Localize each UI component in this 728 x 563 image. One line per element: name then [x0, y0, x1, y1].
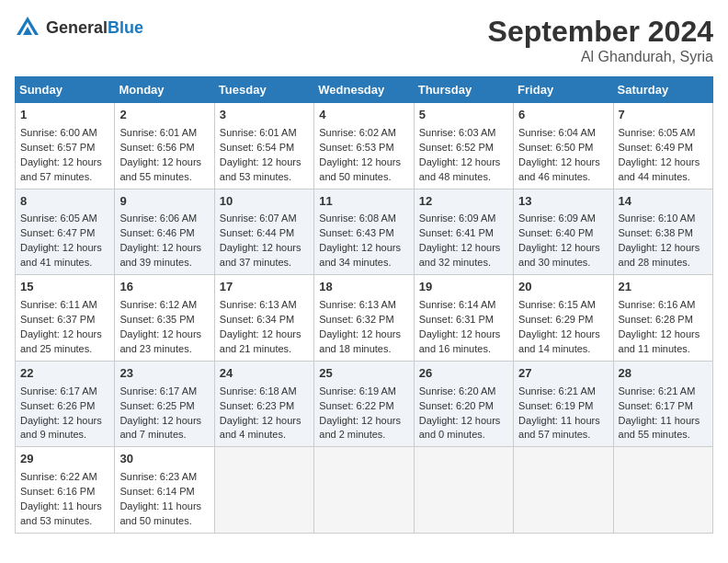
calendar-cell: 18Sunrise: 6:13 AMSunset: 6:32 PMDayligh…: [314, 275, 414, 362]
day-number: 14: [619, 193, 708, 211]
sunset-text: Sunset: 6:52 PM: [419, 141, 508, 155]
sunrise-text: Sunrise: 6:22 AM: [20, 470, 109, 485]
daylight-text: Daylight: 12 hours and 23 minutes.: [119, 327, 209, 357]
title-block: September 2024 Al Ghandurah, Syria: [488, 15, 713, 65]
daylight-text: Daylight: 11 hours and 57 minutes.: [518, 414, 608, 443]
sunset-text: Sunset: 6:23 PM: [220, 399, 309, 414]
sunset-text: Sunset: 6:26 PM: [20, 399, 109, 414]
day-header-sunday: Sunday: [16, 77, 115, 103]
sunrise-text: Sunrise: 6:10 AM: [619, 212, 708, 226]
calendar-week-row: 8Sunrise: 6:05 AMSunset: 6:47 PMDaylight…: [16, 189, 713, 275]
daylight-text: Daylight: 11 hours and 55 minutes.: [619, 414, 708, 443]
sunrise-text: Sunrise: 6:21 AM: [518, 385, 608, 399]
daylight-text: Daylight: 12 hours and 0 minutes.: [419, 414, 508, 443]
logo-blue: Blue: [108, 18, 143, 37]
sunrise-text: Sunrise: 6:00 AM: [20, 126, 109, 141]
sunrise-text: Sunrise: 6:13 AM: [220, 298, 309, 313]
day-header-saturday: Saturday: [613, 77, 712, 103]
daylight-text: Daylight: 12 hours and 21 minutes.: [220, 327, 309, 357]
sunset-text: Sunset: 6:32 PM: [319, 313, 408, 327]
sunrise-text: Sunrise: 6:08 AM: [319, 212, 408, 226]
calendar-cell: 20Sunrise: 6:15 AMSunset: 6:29 PMDayligh…: [514, 275, 613, 362]
daylight-text: Daylight: 12 hours and 7 minutes.: [119, 414, 209, 443]
sunset-text: Sunset: 6:43 PM: [319, 226, 408, 241]
day-header-friday: Friday: [514, 77, 613, 103]
day-number: 1: [20, 107, 109, 124]
sunrise-text: Sunrise: 6:03 AM: [419, 126, 508, 141]
sunrise-text: Sunrise: 6:21 AM: [619, 385, 708, 399]
calendar-week-row: 1Sunrise: 6:00 AMSunset: 6:57 PMDaylight…: [16, 103, 713, 190]
calendar-cell: 2Sunrise: 6:01 AMSunset: 6:56 PMDaylight…: [115, 103, 214, 190]
daylight-text: Daylight: 12 hours and 39 minutes.: [119, 241, 209, 270]
calendar-week-row: 29Sunrise: 6:22 AMSunset: 6:16 PMDayligh…: [16, 447, 713, 534]
daylight-text: Daylight: 12 hours and 28 minutes.: [619, 241, 708, 270]
sunrise-text: Sunrise: 6:04 AM: [518, 126, 608, 141]
sunrise-text: Sunrise: 6:18 AM: [220, 385, 309, 399]
sunset-text: Sunset: 6:29 PM: [518, 313, 608, 327]
sunrise-text: Sunrise: 6:13 AM: [319, 298, 408, 313]
sunset-text: Sunset: 6:19 PM: [518, 399, 608, 414]
daylight-text: Daylight: 12 hours and 41 minutes.: [20, 241, 109, 270]
daylight-text: Daylight: 12 hours and 37 minutes.: [220, 241, 309, 270]
calendar-cell: 9Sunrise: 6:06 AMSunset: 6:46 PMDaylight…: [115, 189, 214, 275]
sunset-text: Sunset: 6:35 PM: [119, 313, 209, 327]
sunrise-text: Sunrise: 6:01 AM: [220, 126, 309, 141]
calendar-cell: 14Sunrise: 6:10 AMSunset: 6:38 PMDayligh…: [613, 189, 712, 275]
day-number: 28: [619, 365, 708, 383]
day-number: 20: [518, 279, 608, 296]
day-number: 9: [119, 193, 209, 211]
calendar-cell: 7Sunrise: 6:05 AMSunset: 6:49 PMDaylight…: [613, 103, 712, 190]
day-number: 21: [619, 279, 708, 296]
daylight-text: Daylight: 12 hours and 14 minutes.: [518, 327, 608, 357]
calendar-header-row: SundayMondayTuesdayWednesdayThursdayFrid…: [16, 77, 713, 103]
daylight-text: Daylight: 12 hours and 48 minutes.: [419, 155, 508, 185]
calendar-cell: 15Sunrise: 6:11 AMSunset: 6:37 PMDayligh…: [16, 275, 115, 362]
daylight-text: Daylight: 12 hours and 57 minutes.: [20, 155, 109, 185]
sunset-text: Sunset: 6:53 PM: [319, 141, 408, 155]
calendar-cell: 13Sunrise: 6:09 AMSunset: 6:40 PMDayligh…: [514, 189, 613, 275]
calendar-cell: 4Sunrise: 6:02 AMSunset: 6:53 PMDaylight…: [314, 103, 414, 190]
day-number: 29: [20, 451, 109, 468]
calendar-cell: 23Sunrise: 6:17 AMSunset: 6:25 PMDayligh…: [115, 361, 214, 447]
daylight-text: Daylight: 12 hours and 34 minutes.: [319, 241, 408, 270]
calendar-cell: 30Sunrise: 6:23 AMSunset: 6:14 PMDayligh…: [115, 447, 214, 534]
sunrise-text: Sunrise: 6:12 AM: [119, 298, 209, 313]
day-number: 7: [619, 107, 708, 124]
daylight-text: Daylight: 12 hours and 2 minutes.: [319, 414, 408, 443]
daylight-text: Daylight: 12 hours and 50 minutes.: [319, 155, 408, 185]
logo: GeneralBlue: [15, 15, 143, 40]
day-number: 15: [20, 279, 109, 296]
daylight-text: Daylight: 12 hours and 16 minutes.: [419, 327, 508, 357]
sunrise-text: Sunrise: 6:20 AM: [419, 385, 508, 399]
sunset-text: Sunset: 6:40 PM: [518, 226, 608, 241]
sunset-text: Sunset: 6:54 PM: [220, 141, 309, 155]
calendar-cell: 6Sunrise: 6:04 AMSunset: 6:50 PMDaylight…: [514, 103, 613, 190]
sunset-text: Sunset: 6:46 PM: [119, 226, 209, 241]
daylight-text: Daylight: 12 hours and 30 minutes.: [518, 241, 608, 270]
sunrise-text: Sunrise: 6:11 AM: [20, 298, 109, 313]
sunset-text: Sunset: 6:17 PM: [619, 399, 708, 414]
day-number: 6: [518, 107, 608, 124]
sunrise-text: Sunrise: 6:09 AM: [419, 212, 508, 226]
page-header: GeneralBlue September 2024 Al Ghandurah,…: [15, 15, 713, 65]
day-header-monday: Monday: [115, 77, 214, 103]
calendar-title: September 2024: [488, 15, 713, 49]
calendar-cell: 16Sunrise: 6:12 AMSunset: 6:35 PMDayligh…: [115, 275, 214, 362]
daylight-text: Daylight: 12 hours and 46 minutes.: [518, 155, 608, 185]
daylight-text: Daylight: 12 hours and 25 minutes.: [20, 327, 109, 357]
daylight-text: Daylight: 12 hours and 55 minutes.: [119, 155, 209, 185]
sunset-text: Sunset: 6:47 PM: [20, 226, 109, 241]
sunrise-text: Sunrise: 6:06 AM: [119, 212, 209, 226]
day-number: 5: [419, 107, 508, 124]
day-header-wednesday: Wednesday: [314, 77, 414, 103]
sunset-text: Sunset: 6:14 PM: [119, 485, 209, 500]
daylight-text: Daylight: 11 hours and 53 minutes.: [20, 500, 109, 529]
daylight-text: Daylight: 12 hours and 18 minutes.: [319, 327, 408, 357]
day-number: 13: [518, 193, 608, 211]
sunset-text: Sunset: 6:57 PM: [20, 141, 109, 155]
sunset-text: Sunset: 6:37 PM: [20, 313, 109, 327]
day-number: 27: [518, 365, 608, 383]
calendar-cell: 27Sunrise: 6:21 AMSunset: 6:19 PMDayligh…: [514, 361, 613, 447]
sunset-text: Sunset: 6:41 PM: [419, 226, 508, 241]
daylight-text: Daylight: 12 hours and 44 minutes.: [619, 155, 708, 185]
